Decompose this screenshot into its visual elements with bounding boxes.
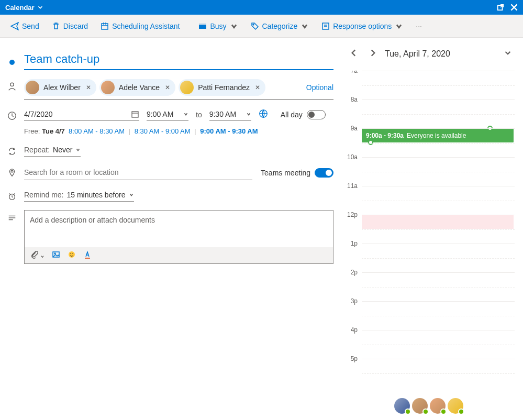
timezone-icon[interactable] bbox=[259, 109, 268, 120]
hour-cell[interactable] bbox=[362, 272, 515, 301]
trash-icon bbox=[52, 22, 60, 30]
mini-calendar: Tue, April 7, 2020 9:00a - 9:30a Everyon… bbox=[343, 38, 523, 420]
hour-label: 11a bbox=[343, 182, 362, 211]
categorize-button[interactable]: Categorize bbox=[246, 19, 315, 34]
remove-attendee-icon[interactable]: ✕ bbox=[254, 84, 261, 91]
hour-cell[interactable] bbox=[362, 301, 515, 330]
repeat-field[interactable]: Repeat: Never bbox=[24, 143, 81, 157]
send-button[interactable]: Send bbox=[5, 19, 44, 34]
remove-attendee-icon[interactable]: ✕ bbox=[85, 84, 92, 91]
emoji-button[interactable] bbox=[68, 250, 76, 260]
avatar[interactable] bbox=[412, 398, 428, 414]
svg-rect-4 bbox=[102, 24, 108, 29]
popout-icon[interactable] bbox=[497, 4, 504, 11]
chevron-down-icon bbox=[129, 192, 134, 197]
attach-button[interactable] bbox=[30, 250, 44, 260]
description-box: Add a description or attach documents bbox=[24, 210, 333, 264]
attendee-chip[interactable]: Adele Vance ✕ bbox=[99, 79, 175, 96]
avatar[interactable] bbox=[394, 398, 410, 414]
calendar-expand-button[interactable] bbox=[501, 46, 515, 61]
free-slot-link[interactable]: 9:00 AM - 9:30 AM bbox=[200, 127, 258, 135]
hour-cell[interactable] bbox=[362, 359, 515, 388]
toolbar: Send Discard Scheduling Assistant Busy C… bbox=[0, 15, 523, 38]
remove-attendee-icon[interactable]: ✕ bbox=[164, 84, 171, 91]
next-day-button[interactable] bbox=[366, 46, 380, 61]
hour-label: 5p bbox=[343, 355, 362, 384]
hour-label: 10a bbox=[343, 153, 362, 182]
avatar[interactable] bbox=[430, 398, 446, 414]
svg-point-30 bbox=[72, 253, 73, 254]
response-options-button[interactable]: Response options bbox=[316, 19, 408, 34]
hour-cell[interactable] bbox=[362, 128, 515, 157]
attendee-chip[interactable]: Patti Fernandez ✕ bbox=[179, 79, 265, 96]
tag-icon bbox=[251, 22, 259, 30]
svg-point-28 bbox=[69, 251, 75, 258]
hour-label: 12p bbox=[343, 211, 362, 240]
avatar bbox=[180, 81, 194, 94]
more-button[interactable]: ··· bbox=[410, 19, 427, 34]
all-day-label: All day bbox=[281, 110, 303, 119]
free-slot-link[interactable]: 8:30 AM - 9:00 AM bbox=[135, 127, 191, 135]
hour-label: 9a bbox=[343, 125, 362, 153]
description-input[interactable]: Add a description or attach documents bbox=[25, 211, 333, 247]
hour-cell[interactable] bbox=[362, 186, 515, 215]
all-day-toggle[interactable] bbox=[307, 110, 326, 119]
prev-day-button[interactable] bbox=[347, 46, 361, 61]
window-titlebar: Calendar bbox=[0, 0, 523, 15]
svg-rect-11 bbox=[322, 23, 329, 29]
attendee-chip[interactable]: Alex Wilber ✕ bbox=[24, 79, 96, 96]
calendar-icon bbox=[131, 110, 139, 118]
svg-line-22 bbox=[14, 194, 15, 195]
end-time-field[interactable]: 9:30 AM bbox=[209, 108, 251, 121]
chevron-down-icon bbox=[75, 147, 81, 152]
hour-label: 8a bbox=[343, 96, 362, 125]
teams-meeting-toggle[interactable] bbox=[315, 168, 333, 178]
calendar-grid[interactable]: 9:00a - 9:30a Everyone is available 7a8a… bbox=[343, 71, 515, 392]
svg-point-14 bbox=[10, 83, 14, 86]
svg-point-29 bbox=[70, 253, 71, 254]
location-icon bbox=[7, 168, 17, 178]
avatar bbox=[26, 81, 39, 94]
teams-meeting-label: Teams meeting bbox=[261, 169, 310, 177]
close-icon[interactable] bbox=[509, 3, 519, 12]
hour-cell[interactable] bbox=[362, 157, 515, 186]
description-icon bbox=[7, 213, 17, 223]
chevron-down-icon bbox=[246, 112, 251, 117]
reminder-field[interactable]: Remind me: 15 minutes before bbox=[24, 189, 134, 202]
reminder-icon bbox=[7, 192, 17, 201]
image-button[interactable] bbox=[52, 250, 60, 260]
title-input[interactable] bbox=[24, 50, 333, 70]
busy-button[interactable]: Busy bbox=[193, 19, 243, 34]
hour-cell[interactable] bbox=[362, 244, 515, 272]
description-toolbar bbox=[25, 247, 333, 263]
clock-icon bbox=[7, 111, 17, 120]
attendees-field[interactable]: Alex Wilber ✕ Adele Vance ✕ Patti Fernan… bbox=[24, 79, 333, 100]
chevron-down-icon bbox=[301, 22, 309, 30]
svg-point-10 bbox=[253, 24, 254, 25]
event-form: Alex Wilber ✕ Adele Vance ✕ Patti Fernan… bbox=[0, 38, 343, 420]
hour-label: 1p bbox=[343, 240, 362, 269]
chevron-down-icon bbox=[230, 22, 238, 30]
scheduling-icon bbox=[101, 22, 109, 30]
hour-cell[interactable] bbox=[362, 215, 515, 244]
hour-label: 3p bbox=[343, 297, 362, 326]
free-slot-link[interactable]: 8:00 AM - 8:30 AM bbox=[69, 127, 125, 135]
date-field[interactable]: 4/7/2020 bbox=[24, 108, 139, 121]
chevron-down-icon[interactable] bbox=[37, 4, 44, 11]
location-input[interactable] bbox=[24, 165, 252, 180]
avatar[interactable] bbox=[448, 398, 463, 414]
svg-rect-16 bbox=[132, 112, 138, 117]
hour-label: 4p bbox=[343, 326, 362, 355]
start-time-field[interactable]: 9:00 AM bbox=[147, 108, 188, 121]
discard-button[interactable]: Discard bbox=[47, 19, 93, 34]
hour-cell[interactable] bbox=[362, 100, 515, 128]
format-button[interactable] bbox=[83, 250, 92, 260]
optional-attendees-link[interactable]: Optional bbox=[306, 83, 333, 92]
free-times: Free: Tue 4/7 8:00 AM - 8:30 AM | 8:30 A… bbox=[24, 127, 333, 135]
hour-label: 7a bbox=[343, 71, 362, 96]
svg-rect-9 bbox=[199, 24, 206, 25]
scheduling-assistant-button[interactable]: Scheduling Assistant bbox=[95, 19, 185, 34]
to-label: to bbox=[196, 110, 202, 119]
hour-cell[interactable] bbox=[362, 71, 515, 100]
hour-cell[interactable] bbox=[362, 330, 515, 359]
